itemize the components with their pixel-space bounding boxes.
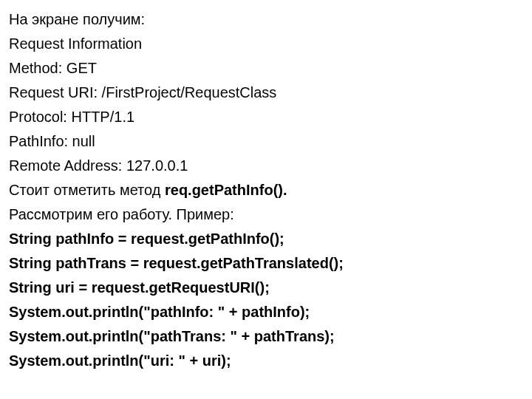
code-line: System.out.println("pathTrans: " + pathT… bbox=[9, 324, 523, 349]
note-prefix: Стоит отметить метод bbox=[9, 182, 165, 198]
output-line: Request Information bbox=[9, 32, 523, 56]
output-line: Protocol: HTTP/1.1 bbox=[9, 105, 523, 129]
output-line: На экране получим: bbox=[9, 7, 523, 32]
code-line: String uri = request.getRequestURI(); bbox=[9, 276, 523, 300]
note-method: req.getPathInfo(). bbox=[165, 182, 287, 198]
output-line: Remote Address: 127.0.0.1 bbox=[9, 154, 523, 178]
code-line: String pathTrans = request.getPathTransl… bbox=[9, 251, 523, 276]
example-intro: Рассмотрим его работу. Пример: bbox=[9, 202, 523, 227]
code-line: String pathInfo = request.getPathInfo(); bbox=[9, 227, 523, 251]
output-line: Request URI: /FirstProject/RequestClass bbox=[9, 81, 523, 105]
code-line: System.out.println("uri: " + uri); bbox=[9, 349, 523, 373]
output-line: PathInfo: null bbox=[9, 129, 523, 154]
output-line: Method: GET bbox=[9, 56, 523, 81]
note-line: Стоит отметить метод req.getPathInfo(). bbox=[9, 178, 523, 202]
code-line: System.out.println("pathInfo: " + pathIn… bbox=[9, 300, 523, 324]
